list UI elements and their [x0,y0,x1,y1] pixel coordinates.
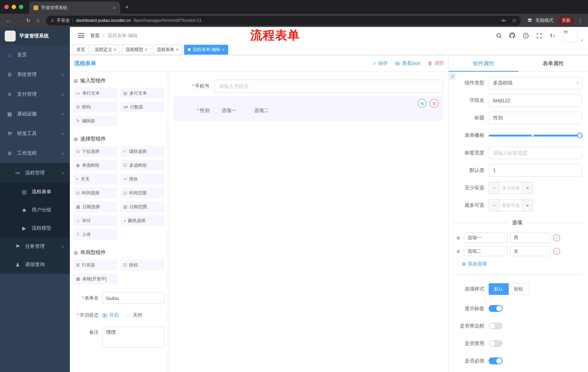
tag-process-definition[interactable]: 流程定义 × [91,45,120,54]
fullscreen-icon[interactable] [536,32,543,39]
style-default-button[interactable]: 默认 [489,283,509,295]
gender-option-1-checkbox[interactable]: 选项一 [214,107,236,114]
palette-item-date-range[interactable]: ▧日期范围 [120,201,165,212]
minus-button[interactable]: − [489,200,500,211]
palette-item-date-picker[interactable]: ▦日期选择 [73,201,117,212]
palette-item-table[interactable]: ▩表格[开发中] [73,273,117,284]
maximize-window-button[interactable] [19,5,23,9]
title-input[interactable] [489,112,582,124]
tag-close-icon[interactable]: × [222,47,224,52]
sidebar-item-infrastructure[interactable]: ▦ 基础设施 ∨ [0,104,70,124]
palette-item-slider[interactable]: ⊸滑块 [120,174,165,185]
sidebar-item-home[interactable]: ⌂ 首页 [0,45,70,65]
palette-item-multi-line-text[interactable]: ▤多行文本 [120,88,165,99]
view-json-button[interactable]: 查看json [395,60,420,67]
plus-button[interactable]: + [522,200,533,211]
password-key-icon[interactable] [500,17,507,24]
minimize-window-button[interactable] [12,5,16,9]
min-select-value[interactable]: 至少应选 [500,182,522,194]
option-value-input[interactable] [510,246,551,256]
option-label-input[interactable] [464,233,508,243]
tag-process-model[interactable]: 流程模型 × [122,45,151,54]
reload-button[interactable]: ↻ [23,15,33,25]
palette-item-button[interactable]: ⊡按钮 [120,260,165,270]
forward-button[interactable]: → [13,15,23,25]
font-size-icon[interactable]: TT [549,32,556,39]
sidebar-item-task-mgmt[interactable]: ⚑ 任务管理 ∨ [0,237,70,255]
drag-handle-icon[interactable]: ≡ [455,248,461,254]
status-on-radio[interactable]: 开启 [102,309,119,321]
tag-close-icon[interactable]: × [176,47,178,52]
required-switch[interactable] [489,357,503,364]
add-option-button[interactable]: ⊕ 添加选项 [462,261,582,267]
palette-item-checkbox-group[interactable]: ☑多选框组 [120,160,165,171]
browser-home-button[interactable]: ⌂ [33,15,43,25]
form-remark-textarea[interactable]: 嘿嘿 [102,327,165,348]
status-off-radio[interactable]: 关闭 [126,309,142,321]
sidebar-item-process-model[interactable]: ▶ 流程模型 [0,219,70,237]
palette-item-row-container[interactable]: ⊞行容器 [73,260,117,270]
remove-option-button[interactable]: − [553,234,560,241]
form-name-input[interactable] [102,292,165,304]
delete-component-button[interactable] [430,99,439,108]
browser-tab[interactable]: 芋道管理系统 × [29,1,120,14]
border-switch[interactable] [489,322,503,329]
sidebar-item-payment-mgmt[interactable]: ¥ 支付管理 ∨ [0,85,70,104]
palette-item-single-line-text[interactable]: ▭单行文本 [73,88,117,99]
option-value-input[interactable] [510,233,551,243]
palette-item-editor[interactable]: ✎编辑器 [73,115,117,126]
breadcrumb-home[interactable]: 首页 [90,32,100,39]
gender-field-selected[interactable]: *性别 选项一 选项二 [173,96,443,121]
sidebar-item-process-form[interactable]: ▤ 流程表单 [0,183,70,201]
tab-close-icon[interactable]: × [113,5,116,10]
link-icon[interactable] [449,73,456,80]
tag-process-form-edit[interactable]: 流程表单-编辑 × [184,45,228,54]
avatar-caret-icon[interactable]: ▾ [581,38,583,42]
gender-option-2-checkbox[interactable]: 选项二 [247,107,269,114]
search-icon[interactable] [495,32,503,39]
palette-item-password[interactable]: ⊟密码 [73,102,117,112]
browser-menu-icon[interactable]: ⋮ [575,18,584,23]
option-label-input[interactable] [464,246,508,256]
component-type-select[interactable] [489,77,582,89]
phone-input[interactable] [214,80,443,93]
sidebar-item-dev-tools[interactable]: ⚒ 研发工具 ∨ [0,124,70,143]
palette-item-counter[interactable]: 123计数器 [120,102,165,112]
style-button-button[interactable]: 按钮 [509,283,528,295]
plus-button[interactable]: + [522,182,533,194]
sidebar-item-system-mgmt[interactable]: ⚙ 系统管理 ∨ [0,65,70,85]
slider-handle[interactable] [577,133,583,138]
grid-slider[interactable] [489,129,582,142]
clear-button[interactable]: 清空 [428,60,444,67]
palette-item-select[interactable]: ⊙下拉选择 [73,146,117,157]
sidebar-item-user-group[interactable]: ☻ 用户分组 [0,201,70,219]
palette-item-color-picker[interactable]: ◑颜色选择 [120,215,165,226]
tag-close-icon[interactable]: × [145,47,147,52]
palette-item-switch[interactable]: ◐开关 [73,174,117,185]
phone-field[interactable]: *手机号 [173,80,443,93]
new-tab-button[interactable]: + [120,4,129,14]
disabled-switch[interactable] [489,340,503,347]
default-value-input[interactable] [489,164,582,177]
tab-component-props[interactable]: 组件属性 [449,55,518,71]
browser-update-button[interactable]: 更新 [558,15,575,25]
bookmark-star-icon[interactable]: ☆ [512,18,516,23]
palette-item-time-range[interactable]: ◷时间范围 [120,187,165,198]
close-window-button[interactable] [4,5,9,9]
github-icon[interactable] [509,32,516,39]
gender-field[interactable]: *性别 选项一 选项二 [173,107,438,114]
sidebar-item-leave-query[interactable]: ♟ 请假查询 [0,255,70,274]
tag-home[interactable]: 首页 [73,45,89,54]
palette-item-time-picker[interactable]: ◴时间选择 [73,187,117,198]
label-width-input[interactable] [489,147,582,159]
max-select-value[interactable]: 最多可选 [500,200,522,211]
sidebar-item-process-mgmt[interactable]: ≔ 流程管理 ∧ [0,163,70,183]
field-name-input[interactable] [489,94,582,107]
drag-handle-icon[interactable]: ≡ [455,234,461,241]
copy-component-button[interactable] [418,99,426,108]
palette-item-upload[interactable]: ⇧上传 [73,229,117,240]
show-label-switch[interactable] [489,305,503,312]
palette-item-rate[interactable]: ☆评分 [73,215,117,226]
save-button[interactable]: ✓ 保存 [372,60,388,67]
minus-button[interactable]: − [489,182,500,194]
